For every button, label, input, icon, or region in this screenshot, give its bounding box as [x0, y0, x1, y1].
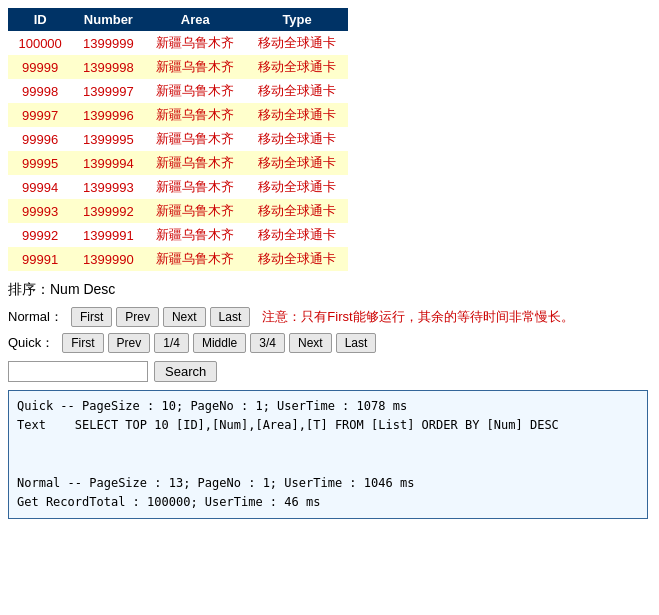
table-row: 1000001399999新疆乌鲁木齐移动全球通卡 — [8, 31, 348, 55]
search-input[interactable] — [8, 361, 148, 382]
quick-prev-button[interactable]: Prev — [108, 333, 151, 353]
table-row: 999991399998新疆乌鲁木齐移动全球通卡 — [8, 55, 348, 79]
quick-threequarter-button[interactable]: 3/4 — [250, 333, 285, 353]
search-button[interactable]: Search — [154, 361, 217, 382]
quick-middle-button[interactable]: Middle — [193, 333, 246, 353]
normal-first-button[interactable]: First — [71, 307, 112, 327]
normal-pagination-row: Normal： First Prev Next Last 注意：只有First能… — [8, 307, 651, 327]
quick-pagination-row: Quick： First Prev 1/4 Middle 3/4 Next La… — [8, 333, 651, 353]
quick-label: Quick： — [8, 334, 54, 352]
table-row: 999921399991新疆乌鲁木齐移动全球通卡 — [8, 223, 348, 247]
normal-next-button[interactable]: Next — [163, 307, 206, 327]
table-row: 999961399995新疆乌鲁木齐移动全球通卡 — [8, 127, 348, 151]
table-row: 999971399996新疆乌鲁木齐移动全球通卡 — [8, 103, 348, 127]
col-header-number: Number — [72, 8, 144, 31]
col-header-type: Type — [246, 8, 348, 31]
quick-first-button[interactable]: First — [62, 333, 103, 353]
quick-quarter-button[interactable]: 1/4 — [154, 333, 189, 353]
log-area: Quick -- PageSize : 10; PageNo : 1; User… — [8, 390, 648, 519]
quick-last-button[interactable]: Last — [336, 333, 377, 353]
normal-last-button[interactable]: Last — [210, 307, 251, 327]
table-row: 999931399992新疆乌鲁木齐移动全球通卡 — [8, 199, 348, 223]
table-row: 999941399993新疆乌鲁木齐移动全球通卡 — [8, 175, 348, 199]
normal-note: 注意：只有First能够运行，其余的等待时间非常慢长。 — [262, 308, 573, 326]
data-table: ID Number Area Type 1000001399999新疆乌鲁木齐移… — [8, 8, 348, 271]
sort-info: 排序：Num Desc — [8, 281, 651, 299]
table-row: 999911399990新疆乌鲁木齐移动全球通卡 — [8, 247, 348, 271]
table-row: 999951399994新疆乌鲁木齐移动全球通卡 — [8, 151, 348, 175]
search-row: Search — [8, 361, 651, 382]
col-header-area: Area — [144, 8, 246, 31]
normal-label: Normal： — [8, 308, 63, 326]
quick-next-button[interactable]: Next — [289, 333, 332, 353]
table-row: 999981399997新疆乌鲁木齐移动全球通卡 — [8, 79, 348, 103]
normal-prev-button[interactable]: Prev — [116, 307, 159, 327]
col-header-id: ID — [8, 8, 72, 31]
